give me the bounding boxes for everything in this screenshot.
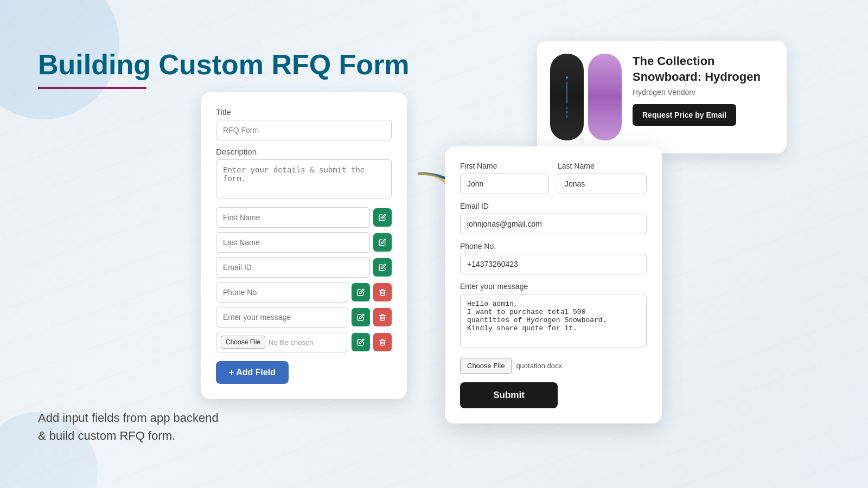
edit-email-button[interactable]: [373, 258, 392, 277]
rfq-firstname-label: First Name: [460, 162, 549, 170]
delete-file-button[interactable]: [373, 333, 392, 351]
edit-message-button[interactable]: [352, 308, 370, 326]
rfq-lastname-input[interactable]: [558, 174, 647, 194]
title-underline: [38, 87, 146, 89]
file-field-row: Choose File No file chosen: [216, 332, 392, 352]
snowboard-dark: [550, 54, 584, 140]
edit-lastname-button[interactable]: [373, 233, 392, 252]
rfq-file-row: Choose File quotation.docx: [460, 358, 647, 374]
firstname-field[interactable]: [216, 207, 370, 228]
pencil-icon: [357, 288, 365, 296]
rfq-email-label: Email ID: [460, 202, 647, 210]
board-line: [566, 82, 567, 104]
rfq-phone-label: Phone No.: [460, 242, 647, 251]
rfq-message-label: Enter your message: [460, 282, 647, 291]
trash-icon: [379, 338, 386, 346]
builder-form-card: Title Description: [201, 92, 407, 399]
edit-phone-button[interactable]: [352, 283, 370, 301]
choose-file-button[interactable]: Choose File: [221, 336, 265, 349]
rfq-phone-input[interactable]: [460, 254, 647, 274]
field-row-phone: [216, 282, 392, 303]
product-title: The Collection Snowboard: Hydrogen: [633, 54, 774, 85]
board-dot: [566, 76, 568, 79]
rfq-firstname-group: First Name: [460, 162, 549, 194]
rfq-firstname-input[interactable]: [460, 174, 549, 194]
pencil-icon: [379, 264, 386, 271]
field-row-firstname: [216, 207, 392, 228]
pencil-icon: [357, 313, 365, 321]
product-card: The Collection Snowboard: Hydrogen Hydro…: [537, 41, 787, 153]
description-textarea[interactable]: [216, 159, 392, 198]
delete-phone-button[interactable]: [373, 283, 392, 301]
title-label: Title: [216, 107, 392, 117]
rfq-filename: quotation.docx: [516, 362, 562, 370]
phone-field[interactable]: [216, 282, 348, 303]
rfq-lastname-group: Last Name: [558, 162, 647, 194]
title-input[interactable]: [216, 120, 392, 140]
field-row-email: [216, 257, 392, 278]
description-label: Description: [216, 147, 392, 156]
product-vendor: Hydrogen Vendorv: [633, 88, 774, 97]
rfq-form-card: First Name Last Name Email ID Phone No. …: [445, 146, 662, 423]
email-field[interactable]: [216, 257, 370, 278]
delete-message-button[interactable]: [373, 308, 392, 326]
pencil-icon: [379, 214, 386, 221]
left-section: Building Custom RFQ Form: [38, 49, 410, 89]
snowboard-purple: [588, 54, 622, 140]
rfq-email-input[interactable]: [460, 214, 647, 234]
trash-icon: [379, 313, 386, 321]
field-row-lastname: [216, 232, 392, 253]
file-input-display: Choose File No file chosen: [216, 332, 348, 352]
edit-firstname-button[interactable]: [373, 208, 392, 227]
pencil-icon: [379, 239, 386, 246]
product-info: The Collection Snowboard: Hydrogen Hydro…: [633, 54, 774, 126]
lastname-field[interactable]: [216, 232, 370, 253]
no-file-text: No file chosen: [269, 338, 313, 346]
trash-icon: [379, 288, 386, 296]
edit-file-button[interactable]: [352, 333, 370, 351]
subtitle: Add input fields from app backend & buil…: [38, 409, 219, 445]
rfq-message-textarea[interactable]: [460, 294, 647, 348]
rfq-choose-file-button[interactable]: Choose File: [460, 358, 512, 374]
message-field[interactable]: [216, 307, 348, 328]
product-images: [550, 54, 622, 140]
rfq-lastname-label: Last Name: [558, 162, 647, 170]
add-field-button[interactable]: + Add Field: [216, 361, 289, 384]
field-row-message: [216, 307, 392, 328]
request-price-button[interactable]: Request Price by Email: [633, 104, 736, 126]
page-title: Building Custom RFQ Form: [38, 49, 410, 81]
rfq-submit-button[interactable]: Submit: [460, 382, 558, 408]
rfq-name-row: First Name Last Name: [460, 162, 647, 194]
pencil-icon: [357, 338, 365, 346]
